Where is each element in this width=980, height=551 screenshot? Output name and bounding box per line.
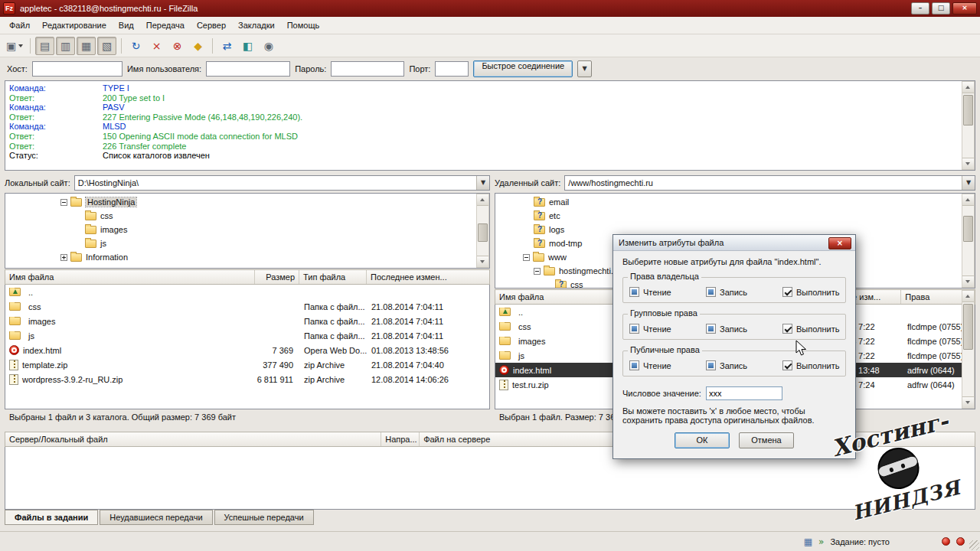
toggle-remote-tree-button[interactable]: ▦ — [77, 37, 96, 55]
file-row[interactable]: index.html 7 369 Opera Web Do... 01.08.2… — [5, 343, 489, 357]
scroll-down-icon[interactable] — [962, 276, 974, 287]
remote-tree-scrollbar[interactable] — [962, 194, 975, 288]
local-site-combobox[interactable]: D:\HostingNinja\ ▼ — [74, 175, 490, 191]
menu-bookmarks[interactable]: Закладки — [232, 18, 281, 33]
remote-list-scrollbar[interactable] — [962, 290, 975, 409]
expand-icon[interactable] — [60, 254, 67, 261]
password-input[interactable] — [331, 61, 404, 77]
local-tree-scrollbar[interactable] — [476, 194, 489, 268]
tree-item-js[interactable]: js — [85, 236, 106, 250]
scrollbar-thumb[interactable] — [963, 95, 973, 126]
tree-item-remote-css[interactable]: css — [555, 278, 583, 289]
file-row[interactable]: template.zip 377 490 zip Archive 21.08.2… — [5, 357, 489, 372]
scroll-up-icon[interactable] — [962, 82, 974, 93]
tree-item-hostingmechti[interactable]: hostingmechti.ru — [534, 264, 621, 278]
column-header-type[interactable]: Тип файла — [299, 270, 367, 284]
scrollbar-thumb[interactable] — [963, 304, 973, 350]
group-read-checkbox[interactable] — [629, 324, 639, 334]
tree-item-css[interactable]: css — [85, 209, 113, 223]
group-write-checkbox[interactable] — [706, 324, 716, 334]
menu-edit[interactable]: Редактирование — [36, 18, 113, 33]
file-row[interactable]: js Папка с файл... 21.08.2014 7:04:11 — [5, 328, 489, 343]
tree-item-images[interactable]: images — [85, 223, 127, 236]
speed-limits-icon[interactable]: » — [818, 537, 824, 546]
toggle-queue-button[interactable]: ▧ — [97, 37, 116, 55]
public-execute-checkbox[interactable] — [782, 360, 792, 370]
quickconnect-button[interactable]: Быстрое соединение — [473, 60, 573, 77]
column-header-direction[interactable]: Напра... — [381, 432, 420, 446]
file-row[interactable]: .. — [5, 285, 489, 299]
menu-help[interactable]: Помощь — [281, 18, 326, 33]
scroll-up-icon[interactable] — [962, 194, 974, 206]
tree-item-hostingninja[interactable]: HostingNinja — [60, 195, 136, 209]
file-row[interactable]: css Папка с файл... 21.08.2014 7:04:11 — [5, 299, 489, 314]
owner-read-checkbox[interactable] — [629, 287, 639, 297]
host-input[interactable] — [32, 61, 122, 77]
column-header-name[interactable]: Имя файла — [495, 290, 620, 304]
column-header-size[interactable]: Размер — [255, 270, 299, 284]
file-row[interactable]: images Папка с файл... 21.08.2014 7:04:1… — [5, 314, 489, 328]
owner-execute-checkbox[interactable] — [782, 287, 792, 297]
refresh-button[interactable]: ↻ — [126, 37, 145, 55]
scroll-down-icon[interactable] — [477, 256, 488, 267]
minimize-button[interactable]: – — [911, 2, 929, 15]
resize-grip[interactable] — [969, 540, 979, 550]
tree-item-www[interactable]: www — [523, 250, 567, 264]
menu-server[interactable]: Сервер — [191, 18, 232, 33]
cancel-button[interactable]: Отмена — [739, 432, 794, 448]
quickconnect-dropdown-button[interactable]: ▼ — [577, 60, 592, 77]
tab-queued-files[interactable]: Файлы в задании — [5, 510, 98, 525]
combo-dropdown-icon[interactable]: ▼ — [476, 176, 489, 190]
menu-transfer[interactable]: Передача — [140, 18, 191, 33]
collapse-icon[interactable] — [523, 254, 530, 261]
scroll-up-icon[interactable] — [477, 194, 488, 206]
disconnect-button[interactable]: ⊗ — [168, 37, 187, 55]
column-header-modified[interactable]: Последнее измен... — [367, 270, 486, 284]
menu-file[interactable]: Файл — [3, 18, 36, 33]
scrollbar-thumb[interactable] — [478, 223, 488, 242]
tree-item-information[interactable]: Information — [60, 250, 128, 264]
file-row[interactable]: wordpress-3.9.2-ru_RU.zip 6 811 911 zip … — [5, 372, 489, 386]
tree-item-mod-tmp[interactable]: mod-tmp — [534, 236, 582, 250]
toggle-message-log-button[interactable]: ▤ — [35, 37, 54, 55]
tree-item-logs[interactable]: logs — [534, 223, 564, 236]
synchronized-browsing-button[interactable]: ⇄ — [217, 37, 237, 55]
collapse-icon[interactable] — [534, 268, 541, 275]
file-search-button[interactable]: ◉ — [259, 37, 278, 55]
log-scrollbar[interactable] — [962, 81, 975, 170]
public-write-checkbox[interactable] — [706, 360, 716, 370]
reconnect-button[interactable]: ◆ — [188, 37, 207, 55]
tree-item-etc[interactable]: etc — [534, 209, 560, 223]
column-header-remote-file[interactable]: Файл на сервере — [420, 432, 619, 446]
tab-failed-transfers[interactable]: Неудавшиеся передачи — [100, 510, 212, 525]
toggle-local-tree-button[interactable]: ▥ — [56, 37, 75, 55]
close-button[interactable]: × — [952, 2, 977, 15]
scroll-down-icon[interactable] — [962, 396, 974, 408]
tree-item-email[interactable]: email — [534, 195, 569, 209]
ok-button[interactable]: ОК — [675, 432, 730, 448]
port-input[interactable] — [435, 61, 469, 77]
group-execute-checkbox[interactable] — [782, 324, 792, 334]
numeric-value-input[interactable] — [706, 386, 782, 400]
menu-view[interactable]: Вид — [113, 18, 140, 33]
folder-icon — [85, 226, 96, 234]
cancel-transfer-button[interactable]: × — [147, 37, 166, 55]
owner-write-checkbox[interactable] — [706, 287, 716, 297]
directory-comparison-button[interactable]: ◧ — [238, 37, 257, 55]
scroll-up-icon[interactable] — [962, 291, 974, 302]
dialog-close-button[interactable]: × — [828, 237, 851, 249]
remote-site-combobox[interactable]: /www/hostingmechti.ru ▼ — [564, 175, 975, 191]
scrollbar-thumb[interactable] — [963, 216, 973, 242]
scroll-down-icon[interactable] — [962, 158, 974, 169]
maximize-button[interactable]: □ — [932, 2, 950, 15]
column-header-name[interactable]: Имя файла — [5, 270, 255, 284]
site-manager-button[interactable]: ▣ — [4, 37, 25, 55]
collapse-icon[interactable] — [60, 199, 67, 206]
username-input[interactable] — [206, 61, 290, 77]
public-read-checkbox[interactable] — [629, 360, 639, 370]
dialog-title-bar[interactable]: Изменить атрибуты файла × — [613, 235, 855, 251]
column-header-server-local-file[interactable]: Сервер/Локальный файл — [5, 432, 381, 446]
combo-dropdown-icon[interactable]: ▼ — [962, 176, 975, 190]
queue-view-icon[interactable]: ▦ — [804, 537, 812, 546]
tab-successful-transfers[interactable]: Успешные передачи — [214, 510, 314, 525]
